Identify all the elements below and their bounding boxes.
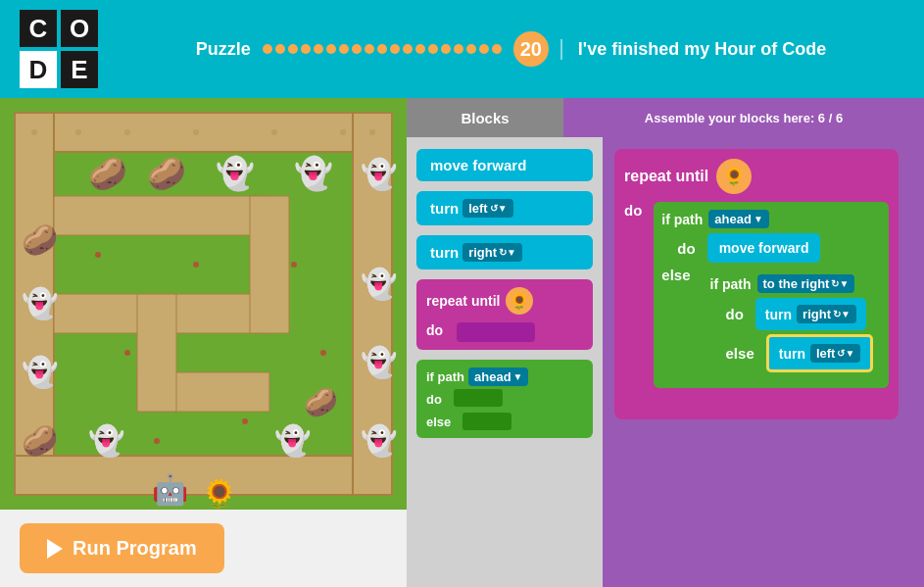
dot-1 (263, 44, 272, 54)
if-right-arrow: ↻▼ (831, 278, 849, 289)
assemble-tab[interactable]: Assemble your blocks here: 6 / 6 (563, 98, 924, 137)
run-btn-label: Run Program (73, 537, 197, 560)
logo-d: D (20, 51, 57, 88)
else-left-row: else turn left ↺▼ (726, 334, 874, 372)
turn-left-text: turn (430, 200, 459, 217)
enemy-4: 👻 (294, 155, 333, 192)
else-label-1: else (661, 267, 690, 283)
dot-7 (339, 44, 349, 54)
repeat-sunflower-assembled: 🌻 (716, 159, 752, 194)
logo: C O D E (20, 10, 98, 88)
turn-left-block[interactable]: turn left ↺▼ (416, 191, 593, 225)
repeat-until-list-block[interactable]: repeat until 🌻 do (416, 279, 593, 350)
blocks-list: move forward turn left ↺▼ turn right ↻▼ (407, 137, 603, 587)
turn-left-label-a: turn (779, 346, 805, 362)
repeat-sunflower-icon: 🌻 (506, 287, 533, 315)
blocks-panel: Blocks Assemble your blocks here: 6 / 6 … (407, 98, 924, 587)
else-label-2: else (726, 345, 754, 362)
logo-c: C (20, 10, 57, 47)
if-path-list-dropdown[interactable]: ahead ▼ (468, 367, 528, 386)
dot-15 (441, 44, 451, 54)
svg-point-23 (242, 418, 248, 424)
puzzle-dots (263, 44, 502, 54)
dot-12 (403, 44, 413, 54)
sunflower-goal: 🌻 (201, 477, 238, 510)
turn-right-text: turn (430, 244, 459, 261)
turn-right-assembled-dropdown[interactable]: right ↻▼ (797, 305, 856, 323)
else-outer-row: else if path to the right ↻▼ (661, 267, 881, 380)
enemy-8: 🥔 (22, 423, 59, 459)
turn-left-assembled: turn left ↺▼ (766, 334, 874, 372)
if-path-list-dir: ahead (474, 369, 511, 384)
move-forward-block[interactable]: move forward (416, 149, 593, 181)
dot-3 (288, 44, 298, 54)
dot-16 (454, 44, 463, 54)
turn-right-dir: right (468, 245, 497, 260)
dot-18 (479, 44, 489, 54)
enemy-1: 🥔 (88, 155, 127, 192)
move-forward-label: move forward (430, 157, 526, 173)
run-program-button[interactable]: Run Program (20, 523, 224, 573)
game-area: 🥔 🥔 👻 👻 🥔 👻 👻 🥔 👻 👻 👻 👻 👻 👻 🤖 (0, 98, 407, 587)
dot-5 (314, 44, 323, 54)
enemy-14: 👻 (361, 423, 398, 459)
logo-o: O (61, 10, 98, 47)
turn-right-arrow: ↻▼ (499, 247, 516, 258)
turn-right-dropdown[interactable]: right ↻▼ (462, 243, 522, 262)
do-label-1: do (624, 202, 642, 219)
dot-17 (466, 44, 476, 54)
turn-right-assembled-arrow: ↻▼ (833, 309, 851, 319)
repeat-bottom-connector (644, 394, 703, 410)
if-ahead-arrow: ▼ (754, 214, 763, 224)
svg-point-20 (291, 262, 297, 268)
maze-container: 🥔 🥔 👻 👻 🥔 👻 👻 🥔 👻 👻 👻 👻 👻 👻 🤖 (0, 98, 407, 510)
move-forward-assembled: move forward (707, 233, 821, 263)
if-right-dir: to the right (763, 276, 830, 291)
logo-e: E (61, 51, 98, 88)
run-btn-area: Run Program (0, 510, 407, 587)
turn-left-dropdown[interactable]: left ↺▼ (462, 199, 512, 218)
turn-right-block[interactable]: turn right ↻▼ (416, 235, 593, 269)
if-right-do-row: do turn right ↻▼ (726, 298, 874, 330)
assemble-area: repeat until 🌻 do if path ahead (603, 137, 924, 587)
turn-right-label: turn (765, 307, 792, 322)
svg-point-12 (124, 129, 130, 135)
do-row: do if path ahead ▼ (624, 202, 889, 388)
blocks-content: move forward turn left ↺▼ turn right ↻▼ (407, 137, 924, 587)
repeat-do-label: do (426, 322, 443, 338)
enemy-12: 👻 (361, 267, 398, 302)
if-right-do-label: do (726, 306, 744, 322)
play-icon (47, 539, 63, 559)
if-right-row: if path to the right ↻▼ (710, 274, 874, 293)
repeat-until-assembled-block: repeat until 🌻 do if path ahead (614, 149, 899, 419)
turn-left-assembled-arrow: ↺▼ (837, 348, 854, 359)
if-right-text: if path (710, 276, 752, 292)
if-text: if path (661, 212, 703, 227)
if-ahead-dir: ahead (714, 212, 752, 226)
turn-left-dir: left (468, 201, 488, 216)
if-do-row: do move forward (677, 233, 881, 263)
svg-point-13 (193, 129, 199, 135)
svg-point-19 (124, 350, 130, 356)
if-path-right-block: if path to the right ↻▼ do (703, 267, 882, 380)
enemy-7: 👻 (22, 355, 59, 390)
if-path-list-text: if path (426, 369, 464, 384)
finished-text: I've finished my Hour of Code (560, 39, 826, 60)
if-else-list-slot (462, 413, 511, 430)
svg-rect-5 (54, 196, 269, 235)
turn-left-assembled-dropdown[interactable]: left ↺▼ (810, 344, 860, 363)
dot-11 (390, 44, 400, 54)
blocks-tab[interactable]: Blocks (407, 98, 563, 137)
repeat-list-label: repeat until (426, 293, 500, 309)
puzzle-label: Puzzle (196, 39, 251, 60)
enemy-9: 👻 (88, 423, 125, 459)
repeat-do-slot (457, 322, 535, 342)
if-path-list-block[interactable]: if path ahead ▼ do else (416, 360, 593, 438)
enemy-6: 👻 (22, 286, 59, 321)
main-content: 🥔 🥔 👻 👻 🥔 👻 👻 🥔 👻 👻 👻 👻 👻 👻 🤖 (0, 98, 924, 587)
svg-point-21 (320, 350, 326, 356)
puzzle-number-badge: 20 (513, 31, 549, 67)
if-ahead-dropdown[interactable]: ahead ▼ (708, 210, 768, 228)
if-right-dropdown[interactable]: to the right ↻▼ (757, 274, 855, 293)
turn-right-assembled: turn right ↻▼ (755, 298, 866, 330)
